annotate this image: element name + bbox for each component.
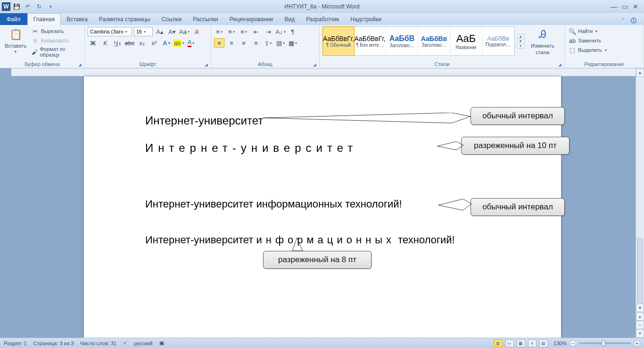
doc-line-3[interactable]: Интернет-университет информационных техн… bbox=[145, 198, 523, 210]
paragraph-dialog-launcher[interactable]: ◢ bbox=[313, 62, 316, 67]
tab-review[interactable]: Рецензирование bbox=[224, 13, 279, 25]
strike-icon[interactable]: abc bbox=[124, 38, 135, 48]
brush-icon: 🖌 bbox=[32, 48, 38, 56]
qat-undo-icon[interactable]: ↶ bbox=[23, 1, 33, 12]
font-name-combo[interactable]: Cambria (Заго▾ bbox=[88, 27, 132, 36]
shading-icon[interactable]: ▧ bbox=[275, 38, 286, 48]
decrease-indent-icon[interactable]: ⇤ bbox=[251, 27, 261, 36]
font-color-icon[interactable]: A bbox=[186, 38, 196, 48]
next-page-icon[interactable]: ▾ bbox=[636, 329, 644, 338]
align-left-icon[interactable]: ≡ bbox=[214, 38, 224, 48]
style-item[interactable]: АаБбВвПодзагол… bbox=[482, 27, 514, 55]
tab-view[interactable]: Вид bbox=[279, 13, 300, 25]
status-section[interactable]: Раздел: 1 bbox=[4, 340, 27, 346]
zoom-out-button[interactable]: − bbox=[570, 340, 576, 347]
find-button[interactable]: 🔍Найти▾ bbox=[568, 27, 641, 35]
align-right-icon[interactable]: ≡ bbox=[239, 38, 249, 48]
qat-redo-icon[interactable]: ↻ bbox=[34, 1, 44, 12]
text-effects-icon[interactable]: A bbox=[161, 38, 172, 48]
zoom-slider-thumb[interactable] bbox=[602, 340, 605, 346]
status-macro-icon[interactable]: ▣ bbox=[159, 340, 164, 346]
style-item[interactable]: АаБбВвГг,¶ Без инте… bbox=[354, 27, 386, 55]
zoom-slider[interactable] bbox=[579, 342, 631, 344]
underline-icon[interactable]: Ч bbox=[112, 38, 123, 48]
status-proofing-icon[interactable]: ✓ bbox=[123, 340, 127, 346]
word-icon[interactable]: W bbox=[2, 2, 10, 11]
status-page[interactable]: Страница: 3 из 3 bbox=[33, 340, 74, 346]
format-painter-label: Формат по образцу bbox=[40, 46, 81, 58]
subscript-icon[interactable]: x₂ bbox=[137, 38, 147, 48]
italic-icon[interactable]: К bbox=[100, 38, 110, 48]
borders-icon[interactable]: ▦ bbox=[288, 38, 298, 48]
tab-file[interactable]: Файл bbox=[0, 13, 27, 25]
clear-formatting-icon[interactable]: A̷ bbox=[191, 27, 202, 36]
cut-button[interactable]: ✂Вырезать bbox=[31, 27, 82, 35]
doc-line-4[interactable]: Интернет-университет информационных техн… bbox=[145, 234, 523, 246]
change-styles-button[interactable]: Ꭿ Изменить стили bbox=[529, 26, 556, 56]
align-center-icon[interactable]: ≡ bbox=[226, 38, 237, 48]
paste-button[interactable]: 📋 Вставить ▾ bbox=[3, 26, 29, 55]
justify-icon[interactable]: ≡ bbox=[251, 38, 261, 48]
tab-pagelayout[interactable]: Разметка страницы bbox=[93, 13, 156, 25]
editing-group-label: Редактирование bbox=[585, 61, 624, 67]
style-item[interactable]: АаБбВЗаголово… bbox=[386, 27, 418, 55]
replace-button[interactable]: abЗаменить bbox=[568, 36, 641, 45]
select-button[interactable]: ⬚Выделить▾ bbox=[568, 46, 641, 54]
tab-developer[interactable]: Разработчик bbox=[300, 13, 345, 25]
style-item[interactable]: АаБбВвЗаголово… bbox=[418, 27, 450, 55]
replace-icon: ab bbox=[569, 37, 576, 44]
clipboard-dialog-launcher[interactable]: ◢ bbox=[78, 62, 82, 67]
vertical-scrollbar[interactable]: ▲ ▼ ▴ ○ ▾ bbox=[636, 68, 644, 338]
numbering-icon[interactable]: ≡ bbox=[226, 27, 237, 36]
grow-font-icon[interactable]: A▴ bbox=[155, 27, 165, 36]
qat-save-icon[interactable]: 💾 bbox=[11, 1, 22, 12]
scroll-up-icon[interactable]: ▲ bbox=[636, 68, 644, 77]
close-icon[interactable]: ✕ bbox=[633, 3, 638, 10]
page[interactable]: Интернет-университет Интернет-университе… bbox=[84, 76, 561, 338]
prev-page-icon[interactable]: ▴ bbox=[636, 312, 644, 321]
increase-indent-icon[interactable]: ⇥ bbox=[263, 27, 273, 36]
view-draft-icon[interactable]: ▤ bbox=[539, 340, 548, 347]
tab-addins[interactable]: Надстройки bbox=[345, 13, 387, 25]
zoom-level[interactable]: 130% bbox=[553, 340, 567, 346]
shrink-font-icon[interactable]: A▾ bbox=[167, 27, 177, 36]
zoom-in-button[interactable]: + bbox=[634, 340, 640, 347]
qat-customize-icon[interactable]: ▾ bbox=[45, 1, 56, 12]
change-case-icon[interactable]: Aa bbox=[179, 27, 190, 36]
font-dialog-launcher[interactable]: ◢ bbox=[205, 62, 208, 67]
doc-line-1[interactable]: Интернет-университет bbox=[145, 114, 523, 127]
view-print-layout-icon[interactable]: ▥ bbox=[494, 340, 503, 347]
tab-mailings[interactable]: Рассылки bbox=[187, 13, 224, 25]
scroll-down-icon[interactable]: ▼ bbox=[636, 304, 644, 312]
view-web-icon[interactable]: ▦ bbox=[517, 340, 525, 347]
format-painter-button[interactable]: 🖌Формат по образцу bbox=[31, 46, 82, 58]
line-spacing-icon[interactable]: ‡ bbox=[263, 38, 273, 48]
style-item[interactable]: АаБбВвГг,¶ Обычный bbox=[322, 26, 355, 56]
gallery-more-icon[interactable]: ▾ bbox=[517, 43, 525, 49]
superscript-icon[interactable]: x² bbox=[149, 38, 159, 48]
ribbon-minimize-icon[interactable]: ˆ bbox=[622, 18, 624, 25]
sort-icon[interactable]: A↓ bbox=[275, 27, 286, 36]
maximize-icon[interactable]: ▭ bbox=[622, 3, 628, 10]
browse-object-icon[interactable]: ○ bbox=[636, 321, 644, 329]
show-marks-icon[interactable]: ¶ bbox=[288, 27, 298, 36]
highlight-icon[interactable]: ab bbox=[173, 38, 184, 48]
horizontal-ruler[interactable] bbox=[11, 68, 636, 76]
view-fullscreen-icon[interactable]: ▭ bbox=[505, 340, 514, 347]
bullets-icon[interactable]: ≡ bbox=[214, 27, 224, 36]
bold-icon[interactable]: Ж bbox=[88, 38, 98, 48]
styles-dialog-launcher[interactable]: ◢ bbox=[558, 62, 561, 67]
tab-insert[interactable]: Вставка bbox=[61, 13, 93, 25]
status-words[interactable]: Число слов: 31 bbox=[80, 340, 116, 346]
view-outline-icon[interactable]: ≡ bbox=[528, 340, 537, 347]
copy-button[interactable]: ⎘Копировать bbox=[31, 36, 82, 45]
status-language[interactable]: русский bbox=[134, 340, 152, 346]
tab-home[interactable]: Главная bbox=[27, 13, 61, 25]
style-item[interactable]: АаБНазвание bbox=[450, 27, 482, 55]
styles-gallery[interactable]: АаБбВвГг,¶ ОбычныйАаБбВвГг,¶ Без инте…Аа… bbox=[322, 26, 515, 56]
help-icon[interactable]: ⓘ bbox=[631, 17, 636, 25]
multilevel-icon[interactable]: ≡ bbox=[239, 27, 249, 36]
minimize-icon[interactable]: — bbox=[611, 3, 617, 10]
font-size-combo[interactable]: 16▾ bbox=[134, 27, 153, 36]
tab-references[interactable]: Ссылки bbox=[156, 13, 187, 25]
